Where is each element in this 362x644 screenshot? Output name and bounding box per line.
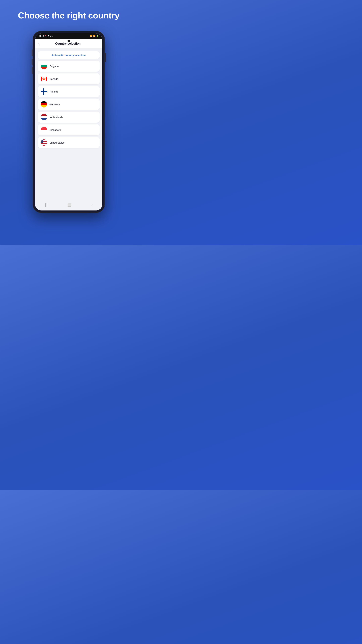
- signal-icon: 📶: [93, 35, 95, 38]
- list-item[interactable]: Finland: [38, 86, 100, 97]
- singapore-flag: [41, 126, 47, 133]
- wifi-icon: 📶: [90, 35, 92, 38]
- list-item[interactable]: Singapore: [38, 124, 100, 135]
- list-item[interactable]: United States: [38, 137, 100, 148]
- hero-title: Choose the right country: [18, 10, 119, 21]
- bottom-navigation: ||| ⬜ ‹: [35, 200, 102, 210]
- status-right: 📶 📶 🔋: [90, 35, 99, 38]
- list-item[interactable]: Germany: [38, 99, 100, 110]
- country-name: Netherlands: [49, 116, 63, 118]
- canada-flag: 🍁: [41, 76, 47, 82]
- list-item[interactable]: Netherlands: [38, 112, 100, 122]
- phone-shell: 11:13 📍 🖼 M • 📶 📶 🔋 ‹ Country selection: [33, 31, 105, 213]
- camera-notch: [67, 40, 70, 42]
- country-name: United States: [49, 141, 64, 144]
- back-button[interactable]: ‹: [38, 42, 39, 46]
- country-name: Finland: [49, 90, 58, 93]
- battery-icon: 🔋: [96, 35, 99, 38]
- volume-down-button: [32, 59, 32, 66]
- netherlands-flag: [41, 114, 47, 120]
- power-button: [105, 53, 106, 62]
- app-content: ‹ Country selection Automatic country se…: [35, 39, 102, 200]
- us-flag: [41, 139, 47, 146]
- country-name: Germany: [49, 103, 60, 106]
- bulgaria-flag: [41, 63, 47, 69]
- recent-apps-button[interactable]: |||: [45, 203, 48, 207]
- back-nav-button[interactable]: ‹: [91, 203, 92, 207]
- automatic-selection-item[interactable]: Automatic country selection: [38, 51, 100, 59]
- screen-title: Country selection: [41, 42, 94, 46]
- country-list: Automatic country selection Bulgaria 🍁 C…: [35, 49, 102, 152]
- list-item[interactable]: Bulgaria: [38, 60, 100, 72]
- phone-screen: 11:13 📍 🖼 M • 📶 📶 🔋 ‹ Country selection: [35, 33, 102, 210]
- country-name: Bulgaria: [49, 65, 59, 68]
- germany-flag: [41, 101, 47, 108]
- finland-flag: [41, 88, 47, 95]
- automatic-label: Automatic country selection: [52, 54, 86, 56]
- country-name: Canada: [49, 78, 58, 80]
- volume-up-button: [32, 50, 32, 56]
- maple-leaf-icon: 🍁: [42, 77, 46, 81]
- country-name: Singapore: [49, 128, 61, 131]
- notification-icons: 🖼 M •: [48, 35, 53, 37]
- status-bar: 11:13 📍 🖼 M • 📶 📶 🔋: [35, 33, 102, 39]
- time-display: 11:13: [39, 35, 44, 38]
- location-icon: 📍: [44, 35, 47, 38]
- list-item[interactable]: 🍁 Canada: [38, 73, 100, 84]
- bixby-button: [32, 67, 32, 74]
- home-button[interactable]: ⬜: [67, 203, 71, 207]
- status-left: 11:13 📍 🖼 M •: [39, 35, 53, 38]
